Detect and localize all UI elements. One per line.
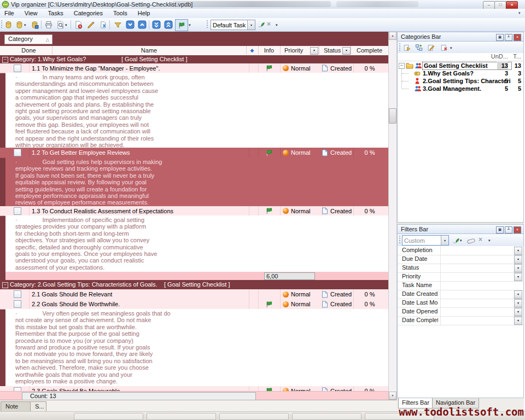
- menu-categories[interactable]: Categories: [69, 9, 107, 16]
- flag-filter-dropdown-icon[interactable]: ▾: [189, 23, 191, 27]
- header-complete[interactable]: Complete: [351, 46, 388, 55]
- filter-dropdown-icon[interactable]: ▾: [514, 308, 522, 316]
- task-checkbox[interactable]: [14, 149, 21, 156]
- tab-note[interactable]: Note: [1, 401, 31, 412]
- print-dropdown-icon[interactable]: ▾: [65, 23, 67, 27]
- task-checkbox[interactable]: [14, 300, 21, 308]
- filter-dropdown-icon[interactable]: ▾: [514, 273, 522, 281]
- task-name[interactable]: 1.2 To Get Better Employee Reviews: [29, 148, 249, 158]
- filter-dropdown-icon[interactable]: ▾: [514, 290, 522, 299]
- task-checkbox[interactable]: [14, 290, 21, 298]
- column-total[interactable]: T...: [513, 53, 521, 60]
- open-database-icon[interactable]: [14, 20, 24, 30]
- task-name[interactable]: 1.3 To Conduct Realistic Assessment of E…: [29, 206, 249, 215]
- filter-dropdown-icon[interactable]: ▾: [514, 317, 522, 325]
- delete-category-icon[interactable]: [439, 43, 449, 52]
- toolbar-grip[interactable]: [399, 43, 400, 52]
- task-row[interactable]: 2.1 Goals Should Be Relevant Normal Crea…: [0, 289, 388, 300]
- clear-filter-eraser-icon[interactable]: [466, 236, 476, 246]
- move-bottom-icon[interactable]: [151, 20, 161, 30]
- header-info[interactable]: Info: [258, 46, 281, 55]
- tree-label[interactable]: Goal Setting Checklist: [424, 62, 488, 69]
- menu-file[interactable]: File: [0, 9, 19, 16]
- tree-item-root[interactable]: − Goal Setting Checklist 13 13: [398, 62, 523, 69]
- move-down-icon[interactable]: [125, 20, 135, 30]
- new-task-icon[interactable]: [73, 20, 83, 30]
- collapse-icon[interactable]: −: [2, 282, 8, 288]
- task-name[interactable]: 2.1 Goals Should Be Relevant: [29, 289, 249, 299]
- open-database-dropdown-icon[interactable]: ▾: [24, 23, 26, 27]
- tab-second[interactable]: S...: [30, 401, 46, 412]
- toolbar-overflow-icon[interactable]: ▾: [518, 11, 521, 15]
- task-checkbox[interactable]: [14, 65, 21, 72]
- task-view-dropdown-icon[interactable]: ▾: [247, 20, 255, 30]
- category-row[interactable]: − Category: 2.Goal Setting Tips: Charact…: [0, 280, 388, 289]
- panel-close-icon[interactable]: ×: [514, 226, 521, 234]
- header-done[interactable]: Done: [5, 46, 52, 55]
- menu-tasks[interactable]: Tasks: [44, 9, 68, 16]
- tree-item[interactable]: 2.Goal Setting Tips: Characteri 5 5: [398, 77, 523, 85]
- scroll-down-icon[interactable]: ▼: [389, 392, 396, 400]
- categories-toolbar-dropdown-icon[interactable]: ▾: [450, 46, 452, 50]
- group-by-category-tab[interactable]: Category △: [4, 34, 52, 44]
- save-database-icon[interactable]: [30, 20, 39, 30]
- tree-collapse-icon[interactable]: −: [399, 63, 405, 69]
- task-name[interactable]: 1.1 To Minimize the Gap "Manager - Emplo…: [29, 63, 249, 73]
- new-subcategory-icon[interactable]: [414, 43, 424, 52]
- panel-restore-icon[interactable]: ▣: [496, 226, 504, 234]
- filter-preset-dropdown-icon[interactable]: ▾: [441, 236, 448, 245]
- print-preview-icon[interactable]: [55, 20, 65, 30]
- minimize-button[interactable]: –: [483, 1, 495, 9]
- priority-filter-dropdown[interactable]: ▾: [310, 47, 318, 55]
- grid-vertical-scrollbar[interactable]: ▲ ▼: [388, 32, 397, 400]
- clear-view-icon[interactable]: ×: [267, 20, 271, 28]
- filter-preset-combobox[interactable]: Custom ▾: [402, 235, 449, 246]
- menu-view[interactable]: View: [20, 9, 42, 16]
- menu-help[interactable]: Help: [133, 9, 155, 16]
- tree-label[interactable]: 1.Why Set Goals?: [423, 69, 474, 77]
- tree-item[interactable]: 3.Goal Management. 5 5: [398, 85, 523, 92]
- toolbar-grip[interactable]: [1, 20, 2, 29]
- new-category-icon[interactable]: [402, 43, 412, 52]
- task-checkbox[interactable]: [14, 207, 21, 215]
- close-button[interactable]: ×: [506, 1, 518, 9]
- task-row-selected[interactable]: 1.2 To Get Better Employee Reviews Norma…: [0, 148, 388, 158]
- new-database-icon[interactable]: [3, 20, 13, 30]
- filter-dropdown-icon[interactable]: ▾: [514, 247, 522, 255]
- print-icon[interactable]: [44, 20, 54, 30]
- column-undone[interactable]: UnD...: [491, 53, 508, 60]
- apply-view-icon[interactable]: [256, 20, 266, 30]
- filter-dropdown-icon[interactable]: ▾: [514, 299, 522, 307]
- task-name[interactable]: 2.2 Goals Should Be Worthwhile.: [29, 299, 249, 309]
- delete-task-icon[interactable]: [98, 20, 108, 30]
- scroll-up-icon[interactable]: ▲: [389, 32, 396, 40]
- filter-dropdown-icon[interactable]: ▾: [514, 264, 522, 272]
- filter-funnel-icon[interactable]: [113, 20, 122, 30]
- edit-task-icon[interactable]: [86, 20, 96, 30]
- task-row[interactable]: 1.3 To Conduct Realistic Assessment of E…: [0, 206, 388, 216]
- collapse-icon[interactable]: −: [2, 57, 8, 63]
- remove-filter-icon[interactable]: ×: [479, 236, 482, 243]
- filters-toolbar-dropdown-icon[interactable]: ▾: [488, 238, 491, 243]
- view-toolbar-dropdown-icon[interactable]: ▾: [276, 23, 278, 27]
- category-row[interactable]: − Category: 1.Why Set Goals? [ Goal Sett…: [0, 55, 388, 63]
- flag-filter-toggle[interactable]: [175, 19, 188, 31]
- move-up-icon[interactable]: [137, 20, 147, 30]
- tree-label[interactable]: 3.Goal Management.: [423, 85, 481, 92]
- edit-category-icon[interactable]: [426, 43, 436, 52]
- tree-item[interactable]: 1.Why Set Goals? 3 3: [398, 69, 523, 77]
- task-row[interactable]: 1.1 To Minimize the Gap "Manager - Emplo…: [0, 63, 388, 73]
- panel-restore-icon[interactable]: ▣: [496, 34, 504, 41]
- toolbar-grip[interactable]: [399, 236, 400, 244]
- apply-filter-dropdown-icon[interactable]: ▾: [460, 238, 462, 243]
- header-name[interactable]: Name: [52, 46, 247, 55]
- maximize-button[interactable]: □: [494, 1, 506, 9]
- status-filter-dropdown[interactable]: ▾: [342, 47, 351, 55]
- panel-pin-icon[interactable]: ╨: [505, 226, 512, 234]
- filter-dropdown-icon[interactable]: ▾: [514, 255, 522, 264]
- scrollbar-thumb[interactable]: [389, 108, 396, 124]
- panel-close-icon[interactable]: ×: [514, 34, 521, 41]
- task-row[interactable]: 2.2 Goals Should Be Worthwhile. Normal C…: [0, 299, 388, 310]
- move-top-icon[interactable]: [164, 20, 173, 30]
- menu-tools[interactable]: Tools: [109, 9, 132, 16]
